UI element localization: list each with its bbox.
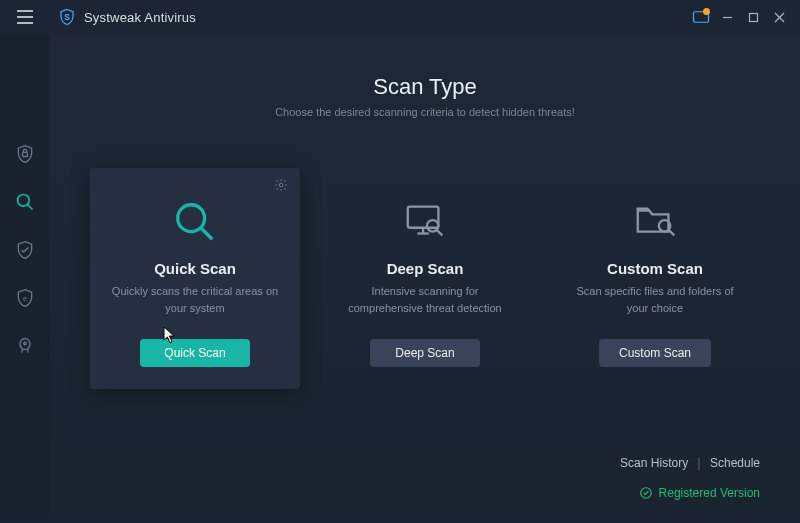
svg-rect-6 xyxy=(749,13,757,21)
page-subheading: Choose the desired scanning criteria to … xyxy=(90,106,760,118)
scan-card-quick[interactable]: Quick Scan Quickly scans the critical ar… xyxy=(90,168,300,389)
menu-button[interactable] xyxy=(0,0,50,34)
svg-line-11 xyxy=(28,205,33,210)
sidebar: e xyxy=(0,34,50,516)
sidebar-item-boost[interactable] xyxy=(0,322,50,370)
sidebar-item-protection[interactable] xyxy=(0,130,50,178)
app-title: Systweak Antivirus xyxy=(84,10,196,25)
svg-rect-9 xyxy=(23,152,28,156)
gear-icon[interactable] xyxy=(274,178,288,196)
page-heading: Scan Type xyxy=(90,74,760,100)
deep-scan-button[interactable]: Deep Scan xyxy=(370,339,480,367)
quick-scan-button[interactable]: Quick Scan xyxy=(140,339,250,367)
footer-links: Scan History | Schedule xyxy=(620,456,760,470)
svg-text:S: S xyxy=(64,13,70,22)
svg-point-10 xyxy=(18,195,30,207)
sidebar-item-quarantine[interactable] xyxy=(0,226,50,274)
sidebar-item-web[interactable]: e xyxy=(0,274,50,322)
folder-scan-icon xyxy=(564,194,746,250)
svg-point-13 xyxy=(24,342,27,345)
deep-scan-desc: Intensive scanning for comprehensive thr… xyxy=(334,283,516,317)
schedule-link[interactable]: Schedule xyxy=(710,456,760,470)
scan-card-deep[interactable]: Deep Scan Intensive scanning for compreh… xyxy=(320,168,530,389)
maximize-button[interactable] xyxy=(740,4,766,30)
notification-button[interactable] xyxy=(688,4,714,30)
quick-scan-desc: Quickly scans the critical areas on your… xyxy=(104,283,286,317)
custom-scan-button[interactable]: Custom Scan xyxy=(599,339,711,367)
license-status: Registered Version xyxy=(639,486,760,500)
quick-scan-title: Quick Scan xyxy=(104,260,286,277)
svg-point-14 xyxy=(279,183,283,187)
sidebar-item-scan[interactable] xyxy=(0,178,50,226)
scan-card-custom[interactable]: Custom Scan Scan specific files and fold… xyxy=(550,168,760,389)
close-button[interactable] xyxy=(766,4,792,30)
custom-scan-title: Custom Scan xyxy=(564,260,746,277)
minimize-button[interactable] xyxy=(714,4,740,30)
titlebar: S Systweak Antivirus xyxy=(0,0,800,34)
custom-scan-desc: Scan specific files and folders of your … xyxy=(564,283,746,317)
separator: | xyxy=(697,456,700,470)
svg-point-15 xyxy=(178,205,205,232)
svg-line-21 xyxy=(437,230,443,236)
deep-scan-title: Deep Scan xyxy=(334,260,516,277)
main-content: Scan Type Choose the desired scanning cr… xyxy=(50,34,800,516)
notification-badge xyxy=(703,8,710,15)
scan-history-link[interactable]: Scan History xyxy=(620,456,688,470)
svg-line-16 xyxy=(201,228,213,240)
svg-rect-17 xyxy=(408,207,439,228)
license-status-label: Registered Version xyxy=(659,486,760,500)
monitor-scan-icon xyxy=(334,194,516,250)
search-icon xyxy=(104,194,286,250)
svg-text:e: e xyxy=(23,294,27,303)
app-logo-icon: S xyxy=(58,8,76,26)
